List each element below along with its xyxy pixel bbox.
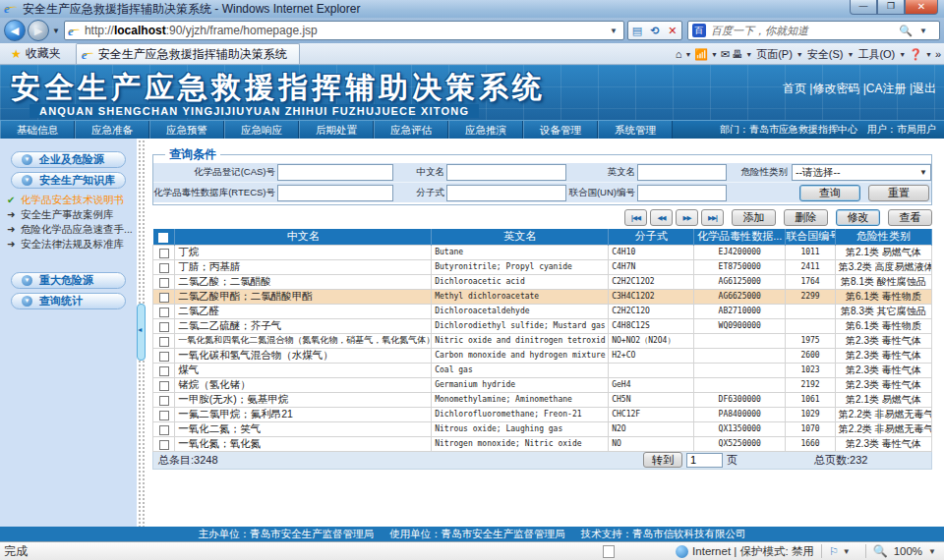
sidebar-group-2[interactable]: ▼重大危险源 <box>11 272 126 289</box>
splitter[interactable] <box>137 139 146 527</box>
column-header-4[interactable]: 联合国编号 <box>786 229 836 245</box>
recent-pages-dropdown[interactable]: ▼ <box>52 27 60 35</box>
nav-item-6[interactable]: 应急推演 <box>448 121 523 140</box>
reset-button[interactable]: 重置 <box>868 185 929 201</box>
table-row[interactable]: 二氯乙醛DichloroacetaldehydeC2H2C12OAB271000… <box>153 304 932 318</box>
stop-icon[interactable]: ✕ <box>664 22 681 39</box>
action-button-添加[interactable]: 添加 <box>732 209 776 226</box>
query-input-0[interactable] <box>277 164 393 181</box>
table-row[interactable]: 丁腈；丙基腈Butyronitrile; Propyl cyanideC4H7N… <box>153 259 932 274</box>
sidebar-item-1-2[interactable]: ➜危险化学品应急速查手... <box>0 222 137 237</box>
search-dropdown[interactable]: ▼ <box>919 27 927 35</box>
table-row[interactable]: 一甲胺(无水)；氨基甲烷Monomethylamine; Aminomethan… <box>153 392 932 407</box>
query-input-1[interactable] <box>446 164 566 181</box>
table-row[interactable]: 一氧化碳和氢气混合物（水煤气）Carbon monoxide and hydro… <box>153 348 932 363</box>
row-checkbox[interactable] <box>159 366 169 376</box>
row-checkbox[interactable] <box>159 322 169 332</box>
zone-dropdown[interactable]: ▼ <box>843 547 851 556</box>
table-row[interactable]: 一氧化二氮；笑气Nitrous oxide; Laughing gasN2OQX… <box>153 421 932 436</box>
row-checkbox[interactable] <box>159 352 169 362</box>
address-dropdown[interactable]: ▼ <box>607 27 620 35</box>
table-row[interactable]: 丁烷ButaneC4H10EJ42000001011第2.1类 易燃气体 <box>153 245 932 259</box>
favorites-button[interactable]: ★ 收藏夹 <box>4 45 68 63</box>
column-header-5[interactable]: 危险性类别 <box>835 229 931 245</box>
sidebar-item-1-3[interactable]: ➜安全法律法规及标准库 <box>0 237 137 252</box>
table-row[interactable]: 二氯二乙硫醚；芥子气Dichlorodiethyl sulfide; Musta… <box>153 318 932 333</box>
row-checkbox[interactable] <box>159 411 169 420</box>
row-checkbox[interactable] <box>159 425 169 435</box>
row-checkbox[interactable] <box>159 396 169 406</box>
sidebar-group-0[interactable]: ▼企业及危险源 <box>11 151 126 168</box>
page-menu[interactable]: 页面(P) <box>756 47 793 62</box>
help-icon[interactable]: ❓ <box>909 48 922 61</box>
row-checkbox[interactable] <box>159 293 169 303</box>
last-page-button[interactable]: ▶▶| <box>701 209 724 226</box>
column-header-1[interactable]: 英文名 <box>432 229 609 245</box>
mail-icon[interactable]: ✉ <box>721 48 730 61</box>
top-links[interactable]: 首页 |修改密码 |CA注册 |退出 <box>783 81 936 97</box>
column-header-3[interactable]: 化学品毒性数据... <box>694 229 786 245</box>
row-checkbox[interactable] <box>159 337 169 347</box>
home-icon[interactable]: ⌂ <box>676 48 682 60</box>
row-checkbox[interactable] <box>159 381 169 391</box>
nav-item-0[interactable]: 基础信息 <box>0 121 75 140</box>
sidebar-group-3[interactable]: ▼查询统计 <box>11 293 126 309</box>
action-button-修改[interactable]: 修改 <box>836 209 880 226</box>
row-checkbox[interactable] <box>159 249 169 258</box>
chevron-icon[interactable]: » <box>935 48 941 60</box>
back-button[interactable]: ◀ <box>4 20 26 41</box>
sidebar-group-1[interactable]: ▼安全生产知识库 <box>11 172 126 189</box>
search-box[interactable]: 百 百度一下，你就知道 🔍 ▼ <box>687 21 940 40</box>
nav-item-3[interactable]: 应急响应 <box>224 121 299 140</box>
minimize-button[interactable]: — <box>850 0 877 15</box>
search-icon[interactable]: 🔍 <box>899 25 913 37</box>
query-input-2[interactable] <box>637 164 727 181</box>
print-icon[interactable]: 🖶 <box>732 48 742 60</box>
nav-item-1[interactable]: 应急准备 <box>75 121 149 140</box>
nav-item-4[interactable]: 后期处置 <box>299 121 374 140</box>
row-checkbox[interactable] <box>159 278 169 288</box>
maximize-button[interactable]: ❐ <box>877 0 905 15</box>
first-page-button[interactable]: |◀◀ <box>624 209 647 226</box>
row-checkbox[interactable] <box>159 440 169 450</box>
compatibility-view-icon[interactable]: ▤ <box>628 22 646 39</box>
sidebar-item-1-0[interactable]: ✔化学品安全技术说明书 <box>0 193 137 207</box>
tools-menu[interactable]: 工具(O) <box>857 47 895 62</box>
table-row[interactable]: 一氧化氮和四氧化二氮混合物（氮氧化物，硝基气，氧化氮气体）Nitric oxid… <box>153 333 932 348</box>
refresh-icon[interactable]: ⟲ <box>646 22 664 39</box>
goto-page-input[interactable] <box>686 453 723 468</box>
sidebar-item-1-1[interactable]: ➜安全生产事故案例库 <box>0 207 137 222</box>
feeds-icon[interactable]: 📶 <box>694 48 708 61</box>
table-row[interactable]: 二氯乙酸甲酯；二氯醋酸甲酯Methyl dichloroacetateC3H4C… <box>153 289 932 304</box>
table-row[interactable]: 锗烷（氢化锗）Germanium hydrideGeH42192第2.3类 毒性… <box>153 377 932 392</box>
close-button[interactable]: ✕ <box>905 0 938 15</box>
row-checkbox[interactable] <box>159 308 169 317</box>
column-header-0[interactable]: 中文名 <box>175 229 432 245</box>
nav-item-2[interactable]: 应急预警 <box>149 121 224 140</box>
nav-item-5[interactable]: 应急评估 <box>374 121 448 140</box>
action-button-查看[interactable]: 查看 <box>888 209 932 226</box>
nav-item-8[interactable]: 系统管理 <box>598 121 673 140</box>
table-row[interactable]: 一氟二氯甲烷；氟利昂21Dichlorofluoromethane; Freon… <box>153 407 932 421</box>
column-header-2[interactable]: 分子式 <box>609 229 694 245</box>
goto-button[interactable]: 转到 <box>643 452 682 468</box>
zoom-dropdown[interactable]: ▼ <box>928 547 936 556</box>
forward-button[interactable]: ▶ <box>28 20 49 41</box>
splitter-collapse-handle[interactable] <box>137 304 146 361</box>
search-button[interactable]: 查询 <box>799 185 860 201</box>
action-button-删除[interactable]: 删除 <box>784 209 828 226</box>
zoom-icon[interactable]: 🔍 <box>873 544 888 558</box>
query-input2-2[interactable] <box>637 185 727 201</box>
next-page-button[interactable]: ▶▶ <box>676 209 698 226</box>
prev-page-button[interactable]: ◀◀ <box>650 209 673 226</box>
address-field[interactable]: http://localhost:90/yjzh/frame/homepage.… <box>64 21 624 40</box>
table-row[interactable]: 一氧化氮；氧化氮Nitrogen monoxide; Nitric oxideN… <box>153 436 932 451</box>
hazard-class-select[interactable]: --请选择--▼ <box>792 164 931 181</box>
safety-menu[interactable]: 安全(S) <box>807 47 844 62</box>
query-input2-1[interactable] <box>446 185 566 201</box>
select-all-checkbox[interactable] <box>158 233 168 243</box>
nav-item-7[interactable]: 设备管理 <box>523 121 598 140</box>
protected-mode-icon[interactable]: ⚐ <box>829 545 839 558</box>
table-row[interactable]: 煤气Coal gas1023第2.3类 毒性气体 <box>153 363 932 377</box>
browser-tab[interactable]: 安全生产应急救援指挥辅助决策系统 <box>76 43 300 64</box>
